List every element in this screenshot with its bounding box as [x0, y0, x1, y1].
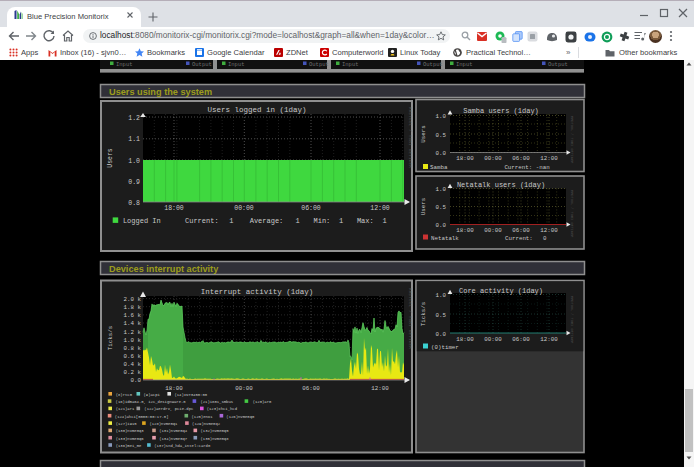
- svg-text:Min:: Min:: [314, 217, 331, 225]
- svg-text:1.8 k: 1.8 k: [124, 304, 142, 311]
- svg-text:Output: Output: [548, 61, 568, 68]
- svg-text:1.4 k: 1.4 k: [124, 320, 142, 327]
- svg-text:(121)ar1: (121)ar1: [116, 407, 135, 411]
- svg-text:0.0: 0.0: [436, 150, 447, 157]
- svg-text:Current:: Current:: [185, 217, 219, 225]
- svg-text:1.6 k: 1.6 k: [124, 312, 142, 319]
- svg-text:06:00: 06:00: [302, 385, 320, 392]
- svg-text:(134)nvme0q7: (134)nvme0q7: [159, 437, 188, 441]
- svg-text:(130)nvme0q3: (130)nvme0q3: [116, 429, 145, 433]
- svg-text:Users: Users: [420, 125, 427, 142]
- svg-text:18:00: 18:00: [165, 385, 183, 392]
- svg-text:00:00: 00:00: [484, 336, 502, 343]
- svg-text:(125)eno1: (125)eno1: [192, 415, 214, 419]
- svg-text:Interrupt activity (1day): Interrupt activity (1day): [201, 288, 314, 296]
- svg-text:1: 1: [296, 217, 300, 225]
- svg-text:18:00: 18:00: [456, 227, 474, 234]
- svg-text:06:00: 06:00: [301, 205, 321, 212]
- svg-text:(124)ahci[0000:00:17.0]: (124)ahci[0000:00:17.0]: [115, 415, 169, 419]
- svg-text:(21)i801_smbus: (21)i801_smbus: [200, 400, 233, 404]
- svg-text:1.0: 1.0: [436, 113, 447, 120]
- svg-text:12:00: 12:00: [540, 227, 558, 234]
- svg-text:Devices interrupt activity: Devices interrupt activity: [109, 264, 219, 274]
- svg-text:1: 1: [382, 217, 386, 225]
- svg-text:Output: Output: [423, 61, 443, 68]
- svg-text:RRDTOOL / TOBI OETIKER: RRDTOOL / TOBI OETIKER: [570, 116, 574, 164]
- svg-text:Users: Users: [420, 198, 427, 215]
- svg-text:Output: Output: [192, 61, 212, 68]
- svg-text:Average:: Average:: [250, 217, 284, 225]
- svg-text:0.5: 0.5: [436, 204, 447, 211]
- svg-text:0.9: 0.9: [128, 179, 140, 186]
- svg-text:Current:: Current:: [505, 235, 533, 242]
- svg-text:00:00: 00:00: [234, 205, 254, 212]
- svg-text:(135)nvme0q8: (135)nvme0q8: [201, 437, 230, 441]
- svg-text:(128)nvme0q1: (128)nvme0q1: [149, 422, 178, 426]
- svg-text:(120)ar0: (120)ar0: [253, 400, 272, 404]
- svg-text:0.0: 0.0: [436, 222, 447, 229]
- svg-text:Logged In: Logged In: [123, 217, 161, 225]
- svg-text:12:00: 12:00: [540, 336, 558, 343]
- svg-text:(129)nvme0q2: (129)nvme0q2: [192, 422, 221, 426]
- svg-text:06:00: 06:00: [512, 227, 530, 234]
- svg-text:0.0: 0.0: [131, 377, 142, 384]
- svg-text:0.5: 0.5: [436, 132, 447, 139]
- svg-text:Users logged in (1day): Users logged in (1day): [207, 106, 306, 114]
- svg-text:0.6 k: 0.6 k: [124, 353, 142, 360]
- svg-text:RRDTOOL / TOBI OETIKER: RRDTOOL / TOBI OETIKER: [570, 296, 574, 344]
- svg-text:(122)aerdrv, pcie-dpc: (122)aerdrv, pcie-dpc: [144, 407, 194, 411]
- svg-text:12:00: 12:00: [540, 155, 558, 162]
- svg-text:18:00: 18:00: [456, 155, 474, 162]
- svg-text:(14)INT3450:00: (14)INT3450:00: [174, 393, 207, 397]
- svg-text:Samba: Samba: [430, 164, 448, 171]
- svg-text:Input: Input: [456, 61, 473, 68]
- svg-text:12:00: 12:00: [371, 385, 389, 392]
- svg-text:(8)rtc0: (8)rtc0: [116, 393, 133, 397]
- svg-text:0.5: 0.5: [436, 312, 447, 319]
- svg-text:0.0: 0.0: [436, 331, 447, 338]
- svg-text:(131)nvme0q4: (131)nvme0q4: [159, 429, 188, 433]
- svg-text:06:00: 06:00: [512, 155, 530, 162]
- svg-text:0.2 k: 0.2 k: [124, 369, 142, 376]
- svg-text:0.8: 0.8: [128, 200, 140, 207]
- svg-text:Netatalk users (1day): Netatalk users (1day): [457, 181, 545, 189]
- svg-text:1: 1: [339, 217, 343, 225]
- svg-text:12:00: 12:00: [370, 205, 390, 212]
- svg-text:Users: Users: [107, 148, 114, 168]
- svg-text:Max:: Max:: [357, 217, 374, 225]
- svg-text:1.1: 1.1: [128, 136, 140, 143]
- svg-text:(16)idma64.0, i2c_designware.0: (16)idma64.0, i2c_designware.0: [116, 400, 187, 404]
- svg-text:18:00: 18:00: [164, 205, 184, 212]
- svg-text:(133)nvme0q6: (133)nvme0q6: [116, 437, 145, 441]
- svg-text:Output: Output: [309, 61, 329, 68]
- svg-text:Users using the system: Users using the system: [109, 87, 212, 97]
- svg-text:(9)acpi: (9)acpi: [144, 393, 161, 397]
- svg-text:(132)nvme0q5: (132)nvme0q5: [201, 429, 230, 433]
- svg-text:1.0 k: 1.0 k: [124, 337, 142, 344]
- svg-text:Core activity (1day): Core activity (1day): [459, 287, 543, 295]
- svg-text:RRDTOOL / TOBI OETIKER: RRDTOOL / TOBI OETIKER: [570, 190, 574, 238]
- svg-text:Ticks/s: Ticks/s: [107, 326, 114, 350]
- svg-text:18:00: 18:00: [456, 336, 474, 343]
- svg-text:Input: Input: [342, 61, 359, 68]
- svg-text:RRDTOOL / TOBI OETIKER: RRDTOOL / TOBI OETIKER: [408, 107, 413, 168]
- svg-text:1.2: 1.2: [128, 115, 140, 122]
- svg-text:(126)nvme0q0: (126)nvme0q0: [226, 415, 255, 419]
- svg-text:RRDTOOL / TOBI OETIKER: RRDTOOL / TOBI OETIKER: [408, 288, 413, 349]
- svg-text:1.0: 1.0: [128, 158, 140, 165]
- svg-text:00:00: 00:00: [235, 385, 253, 392]
- svg-text:1: 1: [229, 217, 233, 225]
- svg-text:2.0 k: 2.0 k: [124, 296, 142, 303]
- svg-text:00:00: 00:00: [484, 227, 502, 234]
- svg-text:(127)i915: (127)i915: [116, 422, 138, 426]
- svg-text:(136)mei_me: (136)mei_me: [116, 444, 142, 448]
- svg-text:0.8 k: 0.8 k: [124, 345, 142, 352]
- svg-text:Netatalk: Netatalk: [431, 235, 459, 242]
- svg-text:Samba users (1day): Samba users (1day): [463, 107, 539, 115]
- svg-text:1.0: 1.0: [436, 292, 447, 299]
- svg-text:0.4 k: 0.4 k: [124, 361, 142, 368]
- svg-text:1.0: 1.0: [436, 186, 447, 193]
- svg-text:Input: Input: [228, 61, 245, 68]
- svg-text:00:00: 00:00: [484, 155, 502, 162]
- svg-text:0: 0: [543, 235, 547, 242]
